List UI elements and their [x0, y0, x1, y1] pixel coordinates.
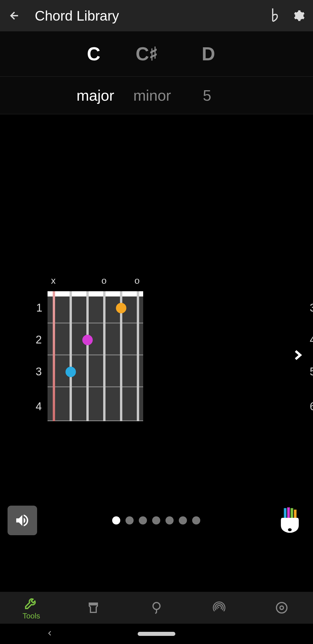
- nav-label: Tools: [23, 612, 40, 621]
- root-note-selector[interactable]: C C♯ D: [0, 31, 313, 77]
- nav-songs[interactable]: [125, 601, 188, 615]
- string-5: [70, 291, 72, 421]
- nav-fingerprint[interactable]: [188, 601, 250, 615]
- svg-point-4: [288, 528, 292, 531]
- fret-number: 1: [36, 302, 42, 314]
- speaker-icon: [14, 512, 30, 529]
- pager-dot[interactable]: [112, 516, 120, 524]
- peek-fret-number: 6: [310, 400, 313, 413]
- chord-type-selector[interactable]: major minor 5: [0, 77, 313, 114]
- system-back-button[interactable]: [46, 629, 53, 639]
- gear-icon: [292, 9, 305, 22]
- tower-icon: [87, 601, 101, 615]
- fret-number: 2: [36, 334, 42, 346]
- root-note-option: D: [202, 43, 215, 65]
- peek-fret-number: 5: [310, 366, 313, 378]
- fingerprint-icon: [212, 601, 226, 615]
- peek-fret-number: 4: [310, 334, 313, 346]
- fret-number: 3: [36, 366, 42, 378]
- wrench-icon: [24, 595, 39, 610]
- nav-tools[interactable]: Tools: [0, 595, 63, 621]
- fretboard: [48, 291, 143, 421]
- svg-point-7: [280, 606, 283, 609]
- bottom-navigation: Tools: [0, 592, 313, 624]
- settings-button[interactable]: [290, 7, 307, 24]
- chevron-left-icon: [46, 629, 53, 638]
- string-marker-open: o: [101, 275, 107, 286]
- hand-icon: [278, 507, 301, 533]
- string-1: [137, 291, 139, 421]
- root-note-option: C♯: [136, 43, 158, 65]
- pager-dot[interactable]: [179, 516, 187, 524]
- chord-type-selected: major: [77, 87, 114, 104]
- string-marker-mute: x: [51, 275, 56, 286]
- svg-rect-3: [294, 510, 296, 518]
- pager-dot[interactable]: [192, 516, 200, 524]
- disc-icon: [275, 601, 289, 615]
- svg-rect-1: [287, 507, 290, 518]
- diagram-controls: [0, 506, 313, 535]
- nav-learn[interactable]: [63, 601, 125, 615]
- flat-toggle-button[interactable]: [267, 7, 284, 24]
- chord-type-option: minor: [133, 87, 171, 104]
- svg-rect-0: [284, 508, 286, 518]
- nav-record[interactable]: [250, 601, 313, 615]
- back-button[interactable]: [6, 7, 23, 24]
- string-6: [53, 291, 55, 421]
- pager-dot[interactable]: [165, 516, 174, 524]
- fret-number: 4: [36, 400, 42, 413]
- peek-fret-number: 3: [310, 302, 313, 314]
- system-home-pill[interactable]: [138, 632, 175, 636]
- voicing-pager[interactable]: [37, 516, 275, 524]
- page-title: Chord Library: [35, 8, 267, 24]
- pager-dot[interactable]: [139, 516, 147, 524]
- balloon-icon: [150, 601, 163, 615]
- chord-type-option: 5: [203, 87, 211, 104]
- arrow-left-icon: [8, 10, 21, 22]
- root-note-selected: C: [87, 43, 100, 65]
- finger-dot: [82, 335, 93, 345]
- finger-dot: [116, 303, 126, 313]
- pager-dot[interactable]: [125, 516, 134, 524]
- string-3: [103, 291, 105, 421]
- pager-dot[interactable]: [152, 516, 160, 524]
- chevron-right-icon: [290, 346, 304, 364]
- svg-point-5: [153, 603, 160, 609]
- next-voicing-button[interactable]: [290, 346, 304, 365]
- string-4: [86, 291, 89, 421]
- svg-point-6: [276, 603, 287, 613]
- chord-diagram-area: x o o 1 2 3 4 3 4 5 6: [0, 114, 313, 541]
- finger-dot: [65, 367, 76, 377]
- string-marker-open: o: [134, 275, 140, 286]
- play-sound-button[interactable]: [8, 506, 37, 535]
- app-bar: Chord Library: [0, 0, 313, 31]
- nut: [48, 291, 143, 296]
- system-navigation: [0, 624, 313, 644]
- svg-rect-2: [291, 508, 293, 518]
- hand-position-button[interactable]: [275, 506, 304, 535]
- flat-icon: [271, 8, 280, 23]
